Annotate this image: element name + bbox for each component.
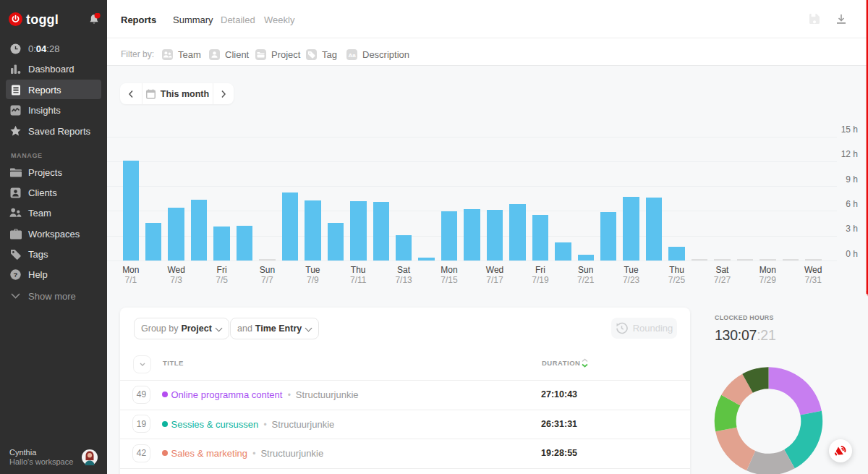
svg-text:?: ? <box>14 271 18 279</box>
svg-text:Aa: Aa <box>348 51 356 58</box>
